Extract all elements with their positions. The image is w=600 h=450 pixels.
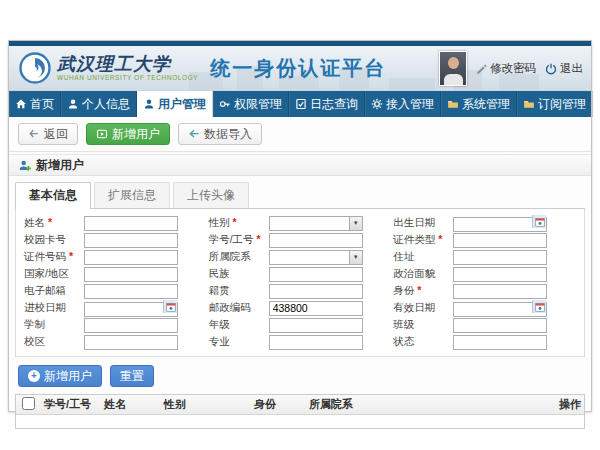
app-window: 武汉理工大学 WUHAN UNIVERSITY OF TECHNOLOGY 统一… (8, 40, 592, 412)
address-input[interactable] (453, 250, 547, 265)
change-password-link[interactable]: 修改密码 (476, 61, 536, 76)
postal-code-input[interactable] (269, 301, 363, 316)
tab-extended-info[interactable]: 扩展信息 (94, 182, 170, 209)
political-status-label: 政治面貌 (393, 267, 453, 281)
key-icon (219, 98, 231, 110)
nav-item-subscription-management[interactable]: 订阅管理 (517, 91, 593, 117)
table-header-row: 学号/工号 姓名 性别 身份 所属院系 操作 (16, 395, 584, 415)
calendar-icon[interactable] (163, 300, 177, 313)
chevron-down-icon: ▼ (349, 217, 362, 230)
nav-item-home[interactable]: 首页 (9, 91, 61, 117)
select-all-checkbox[interactable] (22, 397, 35, 410)
table-empty-row (16, 415, 584, 428)
user-add-icon (18, 159, 31, 172)
address-label: 住址 (393, 250, 453, 264)
tab-basic-info[interactable]: 基本信息 (15, 182, 91, 209)
section-header: 新增用户 (9, 154, 591, 176)
import-arrow-icon (188, 128, 200, 140)
gear-icon (371, 98, 383, 110)
logout-link[interactable]: 退出 (545, 61, 583, 76)
person-icon (67, 98, 79, 110)
col-name: 姓名 (100, 397, 160, 412)
col-operations: 操作 (555, 397, 584, 412)
pencil-icon (476, 63, 487, 74)
form-column-3: 出生日期 证件类型 住址 政治面貌 身份 有效日期 班级 状态 (393, 215, 576, 351)
campus-input[interactable] (84, 335, 178, 350)
calendar-icon[interactable] (532, 300, 546, 313)
user-photo (439, 51, 467, 86)
country-input[interactable] (84, 267, 178, 282)
form-column-1: 姓名 校园卡号 证件号码 国家/地区 电子邮箱 进校日期 学制 校区 (24, 215, 207, 351)
department-label: 所属院系 (209, 250, 269, 264)
identity-input[interactable] (453, 284, 547, 299)
folder-icon (447, 98, 459, 110)
gender-select[interactable]: ▼ (269, 216, 363, 231)
education-length-input[interactable] (84, 318, 178, 333)
home-icon (15, 98, 27, 110)
identity-label: 身份 (393, 284, 453, 298)
nav-item-permission-management[interactable]: 权限管理 (213, 91, 289, 117)
class-input[interactable] (453, 318, 547, 333)
platform-title: 统一身份认证平台 (210, 55, 386, 82)
major-label: 专业 (209, 335, 269, 349)
form-tabs: 基本信息 扩展信息 上传头像 (15, 182, 585, 209)
add-user-icon (96, 128, 108, 140)
grade-label: 年级 (209, 318, 269, 332)
political-status-input[interactable] (453, 267, 547, 282)
id-number-input[interactable] (84, 250, 178, 265)
submit-add-user-button[interactable]: + 新增用户 (18, 365, 102, 387)
id-type-input[interactable] (453, 233, 547, 248)
postal-code-label: 邮政编码 (209, 301, 269, 315)
log-check-icon (295, 98, 307, 110)
name-label: 姓名 (24, 216, 84, 230)
university-name-cn: 武汉理工大学 (57, 55, 198, 73)
back-button[interactable]: 返回 (18, 123, 78, 145)
grade-input[interactable] (269, 318, 363, 333)
campus-label: 校区 (24, 335, 84, 349)
reset-button[interactable]: 重置 (110, 365, 154, 387)
campus-card-input[interactable] (84, 233, 178, 248)
entry-date-label: 进校日期 (24, 301, 84, 315)
valid-date-label: 有效日期 (393, 301, 453, 315)
birth-date-label: 出生日期 (393, 216, 453, 230)
status-input[interactable] (453, 335, 547, 350)
col-gender: 性别 (160, 397, 250, 412)
folder-icon (523, 98, 535, 110)
power-icon (545, 63, 557, 75)
col-department: 所属院系 (305, 397, 555, 412)
native-place-label: 籍贯 (209, 284, 269, 298)
data-import-button[interactable]: 数据导入 (178, 123, 262, 145)
col-student-id: 学号/工号 (40, 397, 100, 412)
chevron-down-icon: ▼ (349, 251, 362, 264)
email-label: 电子邮箱 (24, 284, 84, 298)
university-logo: 武汉理工大学 WUHAN UNIVERSITY OF TECHNOLOGY 统一… (19, 52, 386, 84)
col-identity: 身份 (250, 397, 305, 412)
department-select[interactable]: ▼ (269, 250, 363, 265)
nav-item-user-management[interactable]: 用户管理 (137, 91, 213, 117)
nav-item-system-management[interactable]: 系统管理 (441, 91, 517, 117)
main-nav: 首页 个人信息 用户管理 权限管理 日志查询 接入管理 系统管理 订阅管理 (9, 91, 591, 117)
gender-label: 性别 (209, 216, 269, 230)
country-label: 国家/地区 (24, 267, 84, 281)
form-actions: + 新增用户 重置 (18, 365, 591, 387)
user-group-icon (143, 98, 155, 110)
ethnicity-input[interactable] (269, 267, 363, 282)
university-name-en: WUHAN UNIVERSITY OF TECHNOLOGY (57, 75, 198, 82)
education-length-label: 学制 (24, 318, 84, 332)
campus-card-label: 校园卡号 (24, 233, 84, 247)
student-id-input[interactable] (269, 233, 363, 248)
ethnicity-label: 民族 (209, 267, 269, 281)
add-user-toolbar-button[interactable]: 新增用户 (86, 123, 170, 145)
native-place-input[interactable] (269, 284, 363, 299)
nav-item-personal-info[interactable]: 个人信息 (61, 91, 137, 117)
tab-upload-avatar[interactable]: 上传头像 (173, 182, 249, 209)
name-input[interactable] (84, 216, 178, 231)
section-title: 新增用户 (36, 157, 84, 174)
basic-info-panel: 姓名 校园卡号 证件号码 国家/地区 电子邮箱 进校日期 学制 校区 性别 ▼ (15, 209, 585, 357)
calendar-icon[interactable] (532, 215, 546, 228)
nav-item-log-query[interactable]: 日志查询 (289, 91, 365, 117)
email-input[interactable] (84, 284, 178, 299)
major-input[interactable] (269, 335, 363, 350)
class-label: 班级 (393, 318, 453, 332)
nav-item-access-management[interactable]: 接入管理 (365, 91, 441, 117)
